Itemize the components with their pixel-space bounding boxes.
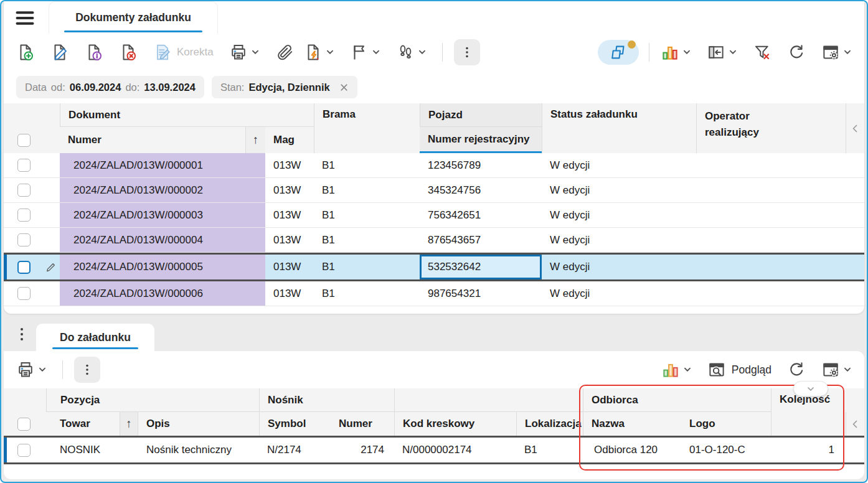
cell-numer[interactable]: 2024/ZALAD/013W/000005 xyxy=(60,255,265,279)
tab-dokumenty-zaladunku[interactable]: Dokumenty załadunku xyxy=(49,1,218,34)
cell-mag[interactable]: 013W xyxy=(265,228,314,252)
row-checkbox[interactable] xyxy=(17,444,31,457)
table-row-selected[interactable]: NOSNIK Nośnik techniczny N/2174 2174 N/0… xyxy=(4,436,864,464)
cell-towar[interactable]: NOSNIK xyxy=(46,438,120,462)
attachment-button[interactable] xyxy=(275,43,294,62)
cell-brama[interactable]: B1 xyxy=(314,228,420,252)
document-actions-button[interactable] xyxy=(304,43,334,62)
cell-mag[interactable]: 013W xyxy=(265,153,314,177)
panel-menu-icon[interactable] xyxy=(15,326,29,345)
cell-rejestracyjny[interactable]: 876543657 xyxy=(420,228,542,252)
duplicate-view-button[interactable] xyxy=(598,40,639,65)
cell-status[interactable]: W edycji xyxy=(542,178,696,202)
column-towar[interactable]: Towar xyxy=(46,412,120,436)
cell-numer[interactable]: 2024/ZALAD/013W/000002 xyxy=(60,178,265,202)
cell-status[interactable]: W edycji xyxy=(542,228,696,252)
column-numer[interactable]: Numer ↑ xyxy=(60,127,265,153)
cell-operator[interactable] xyxy=(696,203,846,227)
document-info-button[interactable] xyxy=(85,43,103,62)
column-numer[interactable]: Numer xyxy=(331,412,394,436)
column-logo[interactable]: Logo xyxy=(681,412,771,436)
collapse-columns-button[interactable] xyxy=(846,103,864,153)
cell-rejestracyjny[interactable]: 756342651 xyxy=(420,203,542,227)
chart-button[interactable] xyxy=(661,43,691,62)
menu-icon[interactable] xyxy=(15,9,35,27)
flag-button[interactable] xyxy=(350,43,380,62)
row-checkbox[interactable] xyxy=(17,287,31,300)
cell-mag[interactable]: 013W xyxy=(265,255,314,279)
cell-symbol[interactable]: N/2174 xyxy=(259,438,331,462)
print-button[interactable] xyxy=(16,360,47,379)
column-kod-kreskowy[interactable]: Kod kreskowy xyxy=(394,412,516,436)
table-row[interactable]: 2024/ZALAD/013W/000001 013W B1 123456789… xyxy=(4,153,864,178)
cell-brama[interactable]: B1 xyxy=(314,153,420,177)
row-checkbox[interactable] xyxy=(17,209,31,222)
window-settings-button[interactable] xyxy=(821,43,852,62)
column-numer-rejestracyjny[interactable]: Numer rejestracyjny xyxy=(420,127,542,153)
cell-opis[interactable]: Nośnik techniczny xyxy=(138,438,259,462)
column-group-odbiorca[interactable]: Odbiorca xyxy=(583,388,771,412)
cell-numer[interactable]: 2024/ZALAD/013W/000001 xyxy=(60,153,265,177)
add-document-button[interactable] xyxy=(16,43,35,62)
cell-kolejnosc[interactable]: 1 xyxy=(771,438,846,462)
select-all-checkbox[interactable] xyxy=(17,418,31,431)
edit-document-button[interactable] xyxy=(50,43,69,62)
column-group-nosnik[interactable]: Nośnik xyxy=(259,388,394,412)
close-icon[interactable] xyxy=(339,83,349,92)
cell-rejestracyjny-focused[interactable]: 532532642 xyxy=(420,255,542,279)
more-options-button[interactable] xyxy=(74,357,100,383)
cell-mag[interactable]: 013W xyxy=(265,203,314,227)
sort-asc-icon[interactable]: ↑ xyxy=(120,412,138,436)
cell-numer[interactable]: 2024/ZALAD/013W/000004 xyxy=(60,228,265,252)
cell-operator[interactable] xyxy=(696,153,846,177)
cell-status[interactable]: W edycji xyxy=(542,281,696,306)
print-button[interactable] xyxy=(229,43,260,62)
cell-rejestracyjny[interactable]: 123456789 xyxy=(420,153,542,177)
collapse-columns-button[interactable] xyxy=(846,412,864,436)
delete-document-button[interactable] xyxy=(119,43,138,62)
column-group-pojazd[interactable]: Pojazd xyxy=(420,103,542,127)
filter-chip-stan[interactable]: Stan: Edycja, Dziennik xyxy=(212,76,357,98)
column-group-pozycja[interactable]: Pozycja xyxy=(46,388,259,412)
cell-status[interactable]: W edycji xyxy=(542,203,696,227)
window-settings-button[interactable] xyxy=(821,360,852,379)
korekta-button[interactable]: Korekta xyxy=(153,43,214,62)
refresh-button[interactable] xyxy=(787,43,806,62)
column-symbol[interactable]: Symbol xyxy=(259,412,331,436)
cell-brama[interactable]: B1 xyxy=(314,255,420,279)
column-status-zaladunku[interactable]: Status załadunku xyxy=(542,103,696,153)
table-row-selected[interactable]: 2024/ZALAD/013W/000005 013W B1 532532642… xyxy=(4,253,864,281)
cell-brama[interactable]: B1 xyxy=(314,281,420,306)
cell-status[interactable]: W edycji xyxy=(542,255,696,279)
collapse-group-button[interactable] xyxy=(793,381,828,396)
cell-mag[interactable]: 013W xyxy=(265,281,314,306)
cell-operator[interactable] xyxy=(696,178,846,202)
select-all-checkbox[interactable] xyxy=(17,134,31,147)
cell-nazwa[interactable]: Odbiorca 120 xyxy=(583,438,681,462)
column-nazwa[interactable]: Nazwa xyxy=(583,412,681,436)
trace-button[interactable] xyxy=(396,43,427,62)
refresh-button[interactable] xyxy=(787,360,806,379)
cell-rejestracyjny[interactable]: 987654321 xyxy=(420,281,542,306)
filter-chip-date[interactable]: Data od: 06.09.2024 do: 13.09.2024 xyxy=(16,76,204,98)
cell-numer[interactable]: 2024/ZALAD/013W/000006 xyxy=(60,281,265,306)
column-brama[interactable]: Brama xyxy=(314,103,420,153)
cell-brama[interactable]: B1 xyxy=(314,178,420,202)
table-row[interactable]: 2024/ZALAD/013W/000003 013W B1 756342651… xyxy=(4,203,864,228)
column-group-dokument[interactable]: Dokument xyxy=(60,103,314,127)
row-checkbox[interactable] xyxy=(17,261,31,274)
preview-button[interactable]: Podgląd xyxy=(707,360,771,379)
sort-asc-icon[interactable]: ↑ xyxy=(245,127,265,153)
column-lokalizacja[interactable]: Lokalizacja xyxy=(516,412,583,436)
table-row[interactable]: 2024/ZALAD/013W/000004 013W B1 876543657… xyxy=(4,228,864,253)
cell-numer[interactable]: 2174 xyxy=(331,438,394,462)
row-checkbox[interactable] xyxy=(17,184,31,197)
row-checkbox[interactable] xyxy=(17,233,31,246)
cell-operator[interactable] xyxy=(696,228,846,252)
clear-filter-button[interactable] xyxy=(753,43,771,62)
tab-do-zaladunku[interactable]: Do załadunku xyxy=(36,324,154,351)
cell-numer[interactable]: 2024/ZALAD/013W/000003 xyxy=(60,203,265,227)
cell-operator[interactable] xyxy=(696,255,846,279)
column-operator-realizujacy[interactable]: Operator realizujący xyxy=(696,103,846,153)
table-row[interactable]: 2024/ZALAD/013W/000002 013W B1 345324756… xyxy=(4,178,864,203)
